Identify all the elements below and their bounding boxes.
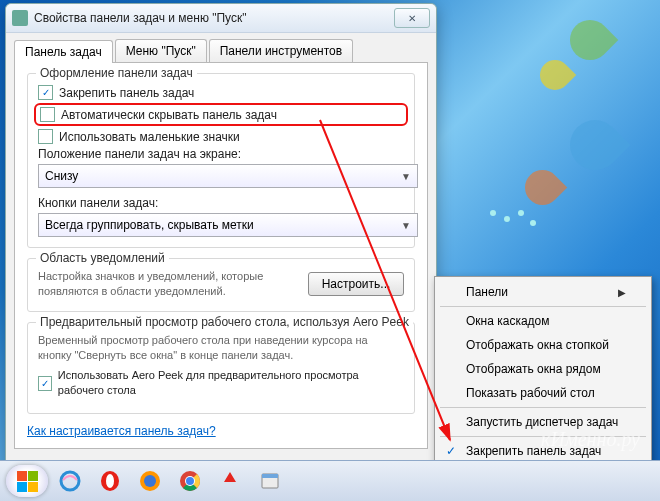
taskbar-icon-yandex[interactable] bbox=[212, 466, 248, 496]
buttons-value: Всегда группировать, скрывать метки bbox=[45, 218, 254, 232]
help-link[interactable]: Как настраивается панель задач? bbox=[27, 424, 216, 438]
svg-rect-12 bbox=[262, 474, 278, 478]
peek-desc: Временный просмотр рабочего стола при на… bbox=[38, 333, 404, 363]
dialog-titlebar[interactable]: Свойства панели задач и меню "Пуск" ✕ bbox=[6, 4, 436, 33]
yandex-icon bbox=[219, 470, 241, 492]
appearance-group: Оформление панели задач Закрепить панель… bbox=[27, 73, 415, 248]
close-button[interactable]: ✕ bbox=[394, 8, 430, 28]
location-value: Снизу bbox=[45, 169, 78, 183]
tab-taskbar[interactable]: Панель задач bbox=[14, 40, 113, 63]
aero-peek-checkbox[interactable] bbox=[38, 376, 52, 391]
autohide-label: Автоматически скрывать панель задач bbox=[61, 108, 277, 122]
location-select[interactable]: Снизу ▼ bbox=[38, 164, 418, 188]
start-button[interactable] bbox=[6, 465, 48, 497]
location-label: Положение панели задач на экране: bbox=[38, 147, 241, 161]
svg-point-5 bbox=[144, 475, 156, 487]
dialog-title: Свойства панели задач и меню "Пуск" bbox=[34, 11, 247, 25]
taskbar-context-menu: Панели▶ Окна каскадом Отображать окна ст… bbox=[434, 276, 652, 491]
taskbar-icon-chrome[interactable] bbox=[172, 466, 208, 496]
menu-cascade[interactable]: Окна каскадом bbox=[438, 309, 648, 333]
tray-desc: Настройка значков и уведомлений, которые… bbox=[38, 269, 298, 299]
taskbar-icon-opera[interactable] bbox=[92, 466, 128, 496]
taskbar-icon-explorer[interactable] bbox=[252, 466, 288, 496]
group-legend: Предварительный просмотр рабочего стола,… bbox=[36, 315, 413, 329]
taskbar-icon-ie[interactable] bbox=[52, 466, 88, 496]
tab-toolbars[interactable]: Панели инструментов bbox=[209, 39, 353, 62]
menu-stack[interactable]: Отображать окна стопкой bbox=[438, 333, 648, 357]
lock-taskbar-checkbox[interactable] bbox=[38, 85, 53, 100]
ie-icon bbox=[59, 470, 81, 492]
menu-side-by-side[interactable]: Отображать окна рядом bbox=[438, 357, 648, 381]
taskbar-icon-firefox[interactable] bbox=[132, 466, 168, 496]
buttons-label: Кнопки панели задач: bbox=[38, 196, 158, 210]
small-icons-checkbox[interactable] bbox=[38, 129, 53, 144]
autohide-checkbox[interactable] bbox=[40, 107, 55, 122]
app-icon bbox=[12, 10, 28, 26]
chevron-down-icon: ▼ bbox=[401, 220, 411, 231]
submenu-arrow-icon: ▶ bbox=[618, 287, 626, 298]
taskbar[interactable] bbox=[0, 460, 660, 501]
chrome-icon bbox=[179, 470, 201, 492]
group-legend: Оформление панели задач bbox=[36, 66, 197, 80]
tabstrip: Панель задач Меню "Пуск" Панели инструме… bbox=[6, 33, 436, 62]
chevron-down-icon: ▼ bbox=[401, 171, 411, 182]
taskbar-properties-dialog: Свойства панели задач и меню "Пуск" ✕ Па… bbox=[5, 3, 437, 500]
close-icon: ✕ bbox=[408, 13, 416, 24]
svg-point-10 bbox=[186, 477, 194, 485]
opera-icon bbox=[99, 470, 121, 492]
group-legend: Область уведомлений bbox=[36, 251, 169, 265]
aero-peek-label: Использовать Aero Peek для предварительн… bbox=[58, 368, 404, 398]
firefox-icon bbox=[139, 470, 161, 492]
watermark: кИменно.ру bbox=[541, 428, 640, 451]
svg-point-3 bbox=[106, 474, 114, 488]
menu-show-desktop[interactable]: Показать рабочий стол bbox=[438, 381, 648, 405]
lock-taskbar-label: Закрепить панель задач bbox=[59, 86, 194, 100]
tab-start-menu[interactable]: Меню "Пуск" bbox=[115, 39, 207, 62]
taskbar-buttons-select[interactable]: Всегда группировать, скрывать метки ▼ bbox=[38, 213, 418, 237]
svg-point-1 bbox=[61, 472, 79, 490]
small-icons-label: Использовать маленькие значки bbox=[59, 130, 240, 144]
customize-button[interactable]: Настроить... bbox=[308, 272, 404, 296]
menu-panels[interactable]: Панели▶ bbox=[438, 280, 648, 304]
explorer-icon bbox=[259, 470, 281, 492]
tray-group: Область уведомлений Настройка значков и … bbox=[27, 258, 415, 312]
aero-peek-group: Предварительный просмотр рабочего стола,… bbox=[27, 322, 415, 414]
windows-logo-icon bbox=[17, 471, 38, 492]
